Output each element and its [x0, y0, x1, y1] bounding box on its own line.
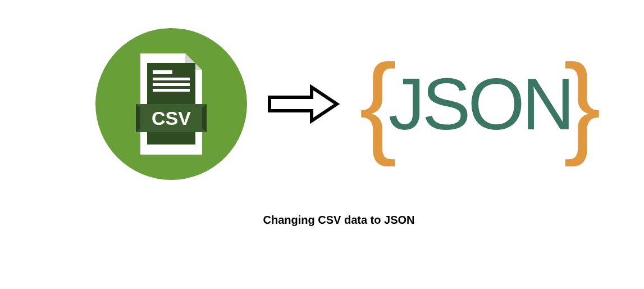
svg-rect-4: [153, 89, 190, 92]
diagram-caption: Changing CSV data to JSON: [0, 214, 644, 227]
csv-icon-circle: CSV: [95, 28, 247, 180]
json-logo: { JSON }: [359, 48, 601, 160]
brace-close-icon: }: [564, 48, 601, 160]
csv-file-icon: CSV: [129, 51, 213, 157]
arrow-icon: [267, 82, 340, 127]
svg-rect-3: [153, 83, 190, 86]
csv-label-text: CSV: [152, 107, 191, 129]
json-text-label: JSON: [389, 67, 572, 141]
svg-rect-1: [153, 70, 172, 74]
svg-rect-0: [147, 63, 195, 144]
svg-rect-2: [153, 78, 190, 80]
diagram-container: CSV { JSON }: [0, 0, 644, 180]
